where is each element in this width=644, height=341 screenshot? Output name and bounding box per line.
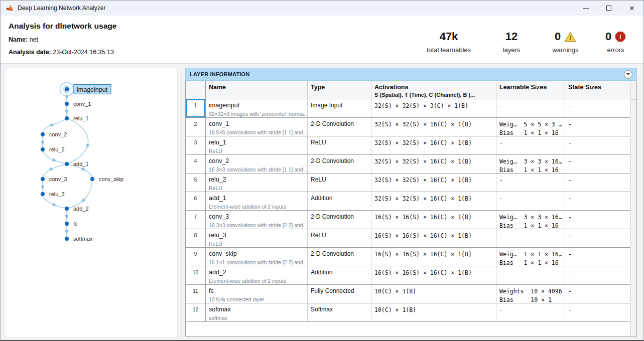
cell-learnables: -: [496, 229, 565, 247]
matlab-logo-icon: [6, 4, 14, 12]
maximize-icon: [606, 6, 611, 11]
node-add_1[interactable]: add_1: [65, 161, 89, 167]
cell-learnables: -: [496, 136, 565, 154]
node-dot: [65, 102, 69, 106]
table-row-add_1[interactable]: 6add_1Element-wise addition of 2 inputsA…: [186, 192, 630, 211]
node-conv_2[interactable]: conv_2: [41, 131, 67, 137]
close-button[interactable]: ✕: [620, 1, 643, 16]
name-value: net: [30, 36, 38, 43]
node-dot: [41, 177, 45, 181]
node-label: imageinput: [77, 86, 108, 93]
table-row-conv_2[interactable]: 4conv_216 3×3 convolutions with stride […: [186, 155, 630, 174]
cell-learnables: -: [496, 174, 565, 192]
close-icon: ✕: [629, 5, 635, 12]
cell-state-sizes: -: [565, 118, 630, 136]
node-imageinput[interactable]: imageinput: [60, 83, 111, 96]
node-label: softmax: [73, 236, 93, 242]
cell-name: imageinput32×32×3 images with 'zerocente…: [206, 99, 308, 117]
cell-learnables: Weig… 3 × 3 × 16… Bias 1 × 1 × 16: [496, 155, 565, 173]
layer-table: Name Type Activations S (Spatial), T (Ti…: [185, 81, 637, 336]
stat-total-learnables: 47k total learnables: [414, 29, 484, 54]
cell-activations: 32(S) × 32(S) × 16(C) × 1(B): [371, 192, 496, 210]
cell-type: Softmax: [308, 303, 371, 321]
app-window: Deep Learning Network Analyzer ✕ Analysi…: [0, 0, 644, 341]
node-softmax[interactable]: softmax: [65, 236, 93, 242]
header-activations: Activations S (Spatial), T (Time), C (Ch…: [371, 81, 496, 99]
node-label: add_2: [73, 206, 89, 212]
minimize-button[interactable]: [574, 1, 597, 16]
table-row-fc[interactable]: 11fc10 fully connected layerFully Connec…: [186, 285, 630, 303]
table-row-softmax[interactable]: 12softmaxsoftmaxSoftmax10(C) × 1(B)--: [186, 303, 630, 322]
cell-state-sizes: -: [565, 174, 630, 192]
vertical-scrollbar[interactable]: [630, 81, 636, 336]
table-row-relu_1[interactable]: 3relu_1ReLUReLU32(S) × 32(S) × 16(C) × 1…: [186, 136, 630, 155]
row-number: 6: [186, 192, 206, 210]
arrowhead-icon: [41, 141, 44, 145]
node-label: conv_3: [49, 176, 67, 182]
svg-text:!: !: [569, 35, 571, 42]
cell-learnables: -: [496, 99, 565, 117]
cell-learnables: -: [496, 192, 565, 210]
cell-state-sizes: -: [565, 155, 630, 173]
cell-type: 2-D Convolution: [308, 155, 371, 173]
node-relu_1[interactable]: relu_1: [65, 115, 89, 121]
node-dot: [41, 132, 45, 136]
cell-activations: 16(S) × 16(S) × 16(C) × 1(B): [371, 211, 496, 229]
collapse-panel-button[interactable]: [624, 70, 632, 79]
cell-learnables: Weights 10 × 4096 Bias 10 × 1: [496, 285, 565, 303]
table-row-imageinput[interactable]: 1imageinput32×32×3 images with 'zerocent…: [186, 99, 630, 118]
table-header-row: Name Type Activations S (Spatial), T (Ti…: [186, 81, 630, 99]
maximize-button[interactable]: [597, 1, 620, 16]
cell-name: relu_2ReLU: [206, 174, 308, 192]
table-row-conv_skip[interactable]: 9conv_skip16 1×1 convolutions with strid…: [186, 248, 630, 266]
chevron-down-icon: [626, 73, 630, 76]
node-conv_skip[interactable]: conv_skip: [90, 176, 123, 182]
cell-name: conv_316 3×3 convolutions with stride [2…: [206, 211, 308, 229]
node-label: relu_2: [49, 146, 65, 152]
table-row-conv_1[interactable]: 2conv_116 5×5 convolutions with stride […: [186, 118, 630, 136]
cell-activations: 16(S) × 16(S) × 16(C) × 1(B): [371, 229, 496, 247]
arrowhead-icon: [65, 110, 68, 114]
title-bar: Deep Learning Network Analyzer ✕: [1, 1, 643, 16]
arrowhead-icon: [48, 123, 54, 128]
header-type: Type: [308, 81, 371, 99]
table-row-add_2[interactable]: 10add_2Element-wise addition of 2 inputs…: [186, 266, 630, 285]
node-dot: [90, 177, 94, 181]
node-add_2[interactable]: add_2: [65, 206, 89, 212]
row-number: 4: [186, 155, 206, 173]
network-graph[interactable]: imageinputconv_1relu_1conv_2relu_2add_1c…: [5, 68, 177, 337]
panel-splitter[interactable]: [182, 64, 182, 340]
cell-learnables: Weig… 3 × 3 × 16… Bias 1 × 1 × 16: [496, 211, 565, 229]
cell-state-sizes: -: [565, 136, 630, 154]
table-row-conv_3[interactable]: 7conv_316 3×3 convolutions with stride […: [186, 211, 630, 229]
date-value: 23-Oct-2024 16:35:13: [53, 49, 114, 56]
arrowhead-icon: [41, 186, 44, 190]
cell-type: 2-D Convolution: [308, 248, 371, 266]
node-relu_3[interactable]: relu_3: [41, 191, 65, 197]
table-row-relu_2[interactable]: 5relu_2ReLUReLU32(S) × 32(S) × 16(C) × 1…: [186, 174, 630, 192]
cell-name: add_1Element-wise addition of 2 inputs: [206, 192, 308, 210]
node-conv_1[interactable]: conv_1: [65, 101, 91, 107]
arrowhead-icon: [65, 215, 68, 220]
header-row-number: [186, 81, 206, 99]
row-number: 3: [186, 136, 206, 154]
node-relu_2[interactable]: relu_2: [41, 146, 65, 152]
node-conv_3[interactable]: conv_3: [41, 176, 67, 182]
layer-information-panel: LAYER INFORMATION Name Type Activations …: [185, 68, 637, 336]
node-dot: [65, 237, 69, 241]
cell-activations: 10(C) × 1(B): [371, 303, 496, 321]
arrowhead-icon: [81, 167, 87, 172]
node-label: conv_1: [73, 101, 91, 107]
cell-activations: 16(S) × 16(S) × 16(C) × 1(B): [371, 248, 496, 266]
table-row-relu_3[interactable]: 8relu_3ReLUReLU16(S) × 16(S) × 16(C) × 1…: [186, 229, 630, 248]
cell-type: ReLU: [308, 174, 371, 192]
node-label: conv_skip: [99, 176, 123, 182]
header-learnable-sizes: Learnable Sizes: [496, 81, 565, 99]
node-dot: [65, 116, 69, 120]
node-dot: [65, 162, 69, 166]
cell-name: add_2Element-wise addition of 2 inputs: [206, 266, 308, 284]
total-learnables-label: total learnables: [414, 46, 484, 54]
total-learnables-value: 47k: [440, 30, 458, 43]
cell-name: fc10 fully connected layer: [206, 285, 308, 303]
node-label: relu_3: [49, 191, 65, 197]
